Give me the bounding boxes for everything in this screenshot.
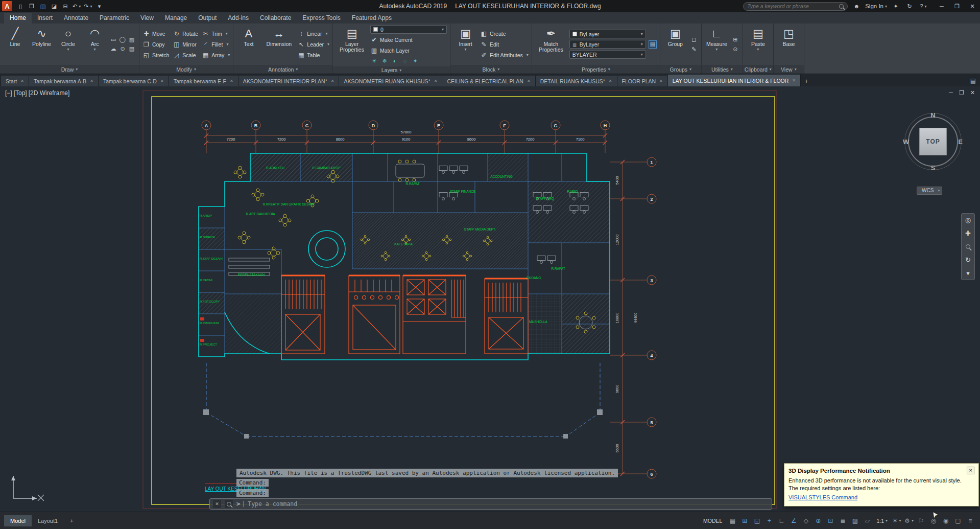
viewcube[interactable]: TOP N W E S: [904, 113, 962, 170]
svg-text:6600[interactable]: 6600: [615, 444, 619, 453]
ribbon-tab[interactable]: Featured Apps: [346, 13, 397, 24]
match-properties-button[interactable]: ✒ Match Properties: [535, 25, 567, 63]
revision-cloud-icon[interactable]: ☁: [109, 45, 117, 53]
stair-elevator-cores[interactable]: [281, 275, 528, 354]
dimension-tool-button[interactable]: ↔ Dimension: [263, 25, 295, 63]
svg-text:8600[interactable]: 8600: [336, 137, 345, 142]
create-block-button[interactable]: ◧Create: [480, 29, 529, 38]
wcs-dropdown[interactable]: WCS: [917, 187, 942, 195]
group-button[interactable]: ▣ Group: [663, 25, 687, 63]
layer-new-icon[interactable]: ✦: [411, 57, 419, 65]
pan-icon[interactable]: ✚: [962, 228, 974, 238]
layout1-tab[interactable]: Layout1: [32, 515, 64, 526]
array-tool-button[interactable]: ▦Array: [202, 51, 230, 60]
panel-label-utilities[interactable]: Utilities: [702, 65, 743, 74]
snap-mode-icon[interactable]: ⊞: [739, 515, 750, 526]
ribbon-tab[interactable]: View: [135, 13, 159, 24]
infer-constraints-icon[interactable]: ◱: [751, 515, 762, 526]
properties-palette-icon[interactable]: ▤: [649, 40, 657, 49]
panel-label-properties[interactable]: Properties: [532, 65, 660, 74]
tab-close-icon[interactable]: ✕: [90, 79, 93, 83]
ortho-mode-icon[interactable]: ∟: [776, 515, 787, 526]
panel-label-modify[interactable]: Modify: [139, 65, 233, 74]
customize-icon[interactable]: ≡: [965, 515, 976, 526]
floor-hatching[interactable]: [199, 153, 610, 354]
ucs-icon[interactable]: [11, 476, 37, 500]
command-input-hint[interactable]: Type a command: [248, 500, 297, 508]
line-tool-button[interactable]: ╱ Line: [3, 25, 27, 63]
drawing-canvas[interactable]: A B C D E F G H 7200 7200 8600 9100 8600…: [0, 86, 980, 512]
svg-text:7200[interactable]: 7200: [526, 137, 535, 142]
doc-restore-button[interactable]: ❐: [959, 89, 964, 96]
new-layout-button[interactable]: +: [64, 515, 79, 526]
panel-label-block[interactable]: Block: [450, 65, 532, 74]
ribbon-tab[interactable]: Annotate: [58, 13, 94, 24]
plot-icon[interactable]: ⊟: [60, 1, 70, 11]
svg-text:8600[interactable]: 8600: [467, 137, 476, 142]
tab-close-icon[interactable]: ✕: [609, 79, 612, 83]
grid-icon[interactable]: ▦: [727, 515, 738, 526]
svg-text:12000[interactable]: 12000: [615, 235, 619, 245]
column-grid-top[interactable]: A B C D E F G H 7200 7200 8600 9100 8600…: [202, 121, 610, 153]
svg-text:H[interactable]: H: [604, 123, 607, 128]
isolate-objects-icon[interactable]: ◎: [928, 515, 939, 526]
viewcube-west[interactable]: W: [903, 138, 909, 146]
transparency-icon[interactable]: ▨: [849, 515, 861, 526]
layer-lock-icon[interactable]: ◐: [391, 57, 399, 65]
file-tab[interactable]: AKSONOMETRI RUANG KHUSUS* ✕: [339, 76, 442, 86]
arc-tool-button[interactable]: ◠ Arc: [83, 25, 107, 63]
tab-close-icon[interactable]: ✕: [792, 78, 796, 83]
mirror-tool-button[interactable]: ◫Mirror: [173, 40, 198, 49]
svg-text:1[interactable]: 1: [650, 160, 653, 165]
fire-equipment-symbol[interactable]: [200, 317, 204, 320]
ribbon-tab[interactable]: Parametric: [94, 13, 135, 24]
ungroup-icon[interactable]: ◻: [690, 35, 698, 43]
save-icon[interactable]: ◫: [38, 1, 48, 11]
model-tab[interactable]: Model: [4, 515, 32, 526]
rectangle-icon[interactable]: ▭: [109, 36, 117, 44]
svg-text:3[interactable]: 3: [650, 278, 653, 283]
new-drawing-tab-button[interactable]: +: [801, 76, 812, 86]
minimize-button[interactable]: ─: [934, 0, 949, 12]
help-icon[interactable]: ?: [918, 1, 928, 11]
svg-text:A[interactable]: A: [205, 123, 208, 128]
meeting-table[interactable]: [396, 160, 424, 181]
file-tab[interactable]: FLOOR PLAN ✕: [617, 76, 668, 86]
elevator-bank[interactable]: [403, 280, 466, 321]
undo-icon[interactable]: ↶: [71, 1, 82, 11]
tab-close-icon[interactable]: ✕: [659, 79, 663, 83]
rotate-tool-button[interactable]: ↻Rotate: [173, 29, 198, 38]
file-tab[interactable]: AKSONOMETRI INTERIOR PLAN* ✕: [238, 76, 340, 86]
isometric-drafting-icon[interactable]: ◇: [800, 515, 811, 526]
ribbon-tab[interactable]: Add-ins: [222, 13, 254, 24]
table-tool-button[interactable]: ▦Table: [297, 51, 329, 60]
svg-text:10800[interactable]: 10800: [615, 313, 619, 324]
viewcube-south[interactable]: S: [931, 164, 936, 172]
insert-block-button[interactable]: ▣ Insert: [453, 25, 477, 63]
model-space-indicator[interactable]: MODEL: [700, 518, 726, 524]
svg-text:D[interactable]: D: [372, 123, 375, 128]
svg-text:5400[interactable]: 5400: [615, 176, 619, 185]
id-point-icon[interactable]: ⊙: [731, 45, 739, 53]
file-tab[interactable]: CEILING & ELECTRICAL PLAN ✕: [442, 76, 535, 86]
svg-text:7200[interactable]: 7200: [277, 137, 286, 142]
trim-tool-button[interactable]: ✂Trim: [202, 29, 230, 38]
workspace-switching-icon[interactable]: ⚙: [903, 515, 915, 526]
zoom-icon[interactable]: [962, 242, 974, 251]
annotation-monitor-icon[interactable]: ⚐: [916, 515, 927, 526]
svg-text:7100[interactable]: 7100: [576, 137, 585, 142]
new-file-icon[interactable]: ▯: [15, 1, 26, 11]
polyline-tool-button[interactable]: ∿ Polyline: [30, 25, 54, 63]
svg-text:7200[interactable]: 7200: [227, 137, 235, 142]
file-tab[interactable]: Tampak berwarna A-B ✕: [29, 76, 99, 86]
ribbon-tab[interactable]: Express Tools: [297, 13, 346, 24]
qat-dropdown-icon[interactable]: ▾: [94, 1, 104, 11]
layer-freeze-icon[interactable]: ❄: [380, 57, 389, 65]
panel-label-annotation[interactable]: Annotation: [233, 65, 332, 74]
panel-label-clipboard[interactable]: Clipboard: [743, 65, 773, 74]
lineweight-display-icon[interactable]: ≣: [837, 515, 848, 526]
sign-in-button[interactable]: Sign In: [865, 3, 887, 9]
autodesk-account-icon[interactable]: ☻: [851, 1, 862, 11]
app-store-icon[interactable]: ✦: [891, 1, 901, 11]
ribbon-tab[interactable]: Manage: [159, 13, 193, 24]
